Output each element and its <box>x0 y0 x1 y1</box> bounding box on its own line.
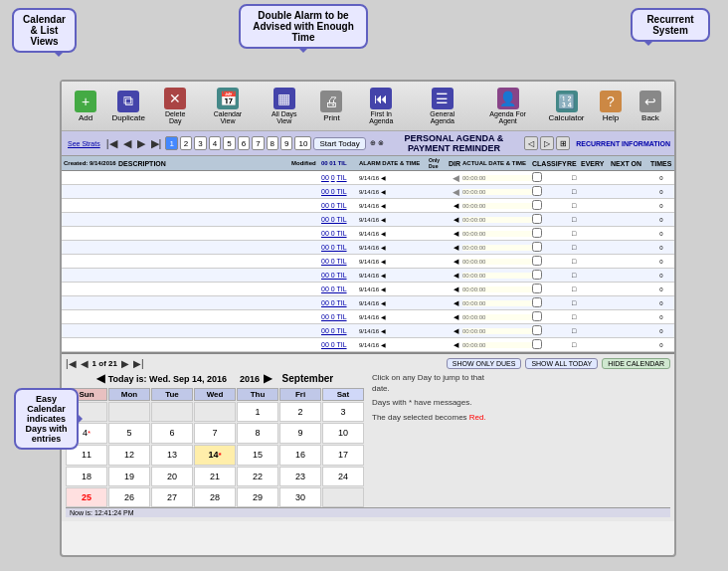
cal-cell-19[interactable]: 19 <box>108 467 150 486</box>
cal-cell-27[interactable]: 27 <box>151 487 193 507</box>
back-button[interactable]: ↩ Back <box>633 89 668 124</box>
cal-cell-17[interactable]: 17 <box>322 445 364 466</box>
page-btn-10[interactable]: 10 <box>294 136 311 150</box>
duplicate-button[interactable]: ⧉ Duplicate <box>107 89 149 124</box>
delete-day-button[interactable]: ✕ Delete Day <box>153 86 197 126</box>
nav-prev[interactable]: ◀ <box>121 137 133 150</box>
cal-cell-10[interactable]: 10 <box>322 423 364 444</box>
cal-cell-5[interactable]: 5 <box>108 423 150 444</box>
cal-cell-14[interactable]: 14* <box>194 445 236 466</box>
month-prev-arrow[interactable]: ◀ <box>96 372 104 385</box>
table-row[interactable]: 00 0 TIL 9/14/16 ◀ ◀ 00:00:00 □ 0 <box>62 227 674 241</box>
first-in-agenda-button[interactable]: ⏮ First In Agenda <box>353 86 409 126</box>
cal-cell-9[interactable]: 9 <box>279 423 321 444</box>
cal-cell-6[interactable]: 6 <box>151 423 193 444</box>
cal-header-mon: Mon <box>108 388 150 401</box>
agenda-for-agent-button[interactable]: 👤 Agenda For Agent <box>475 86 540 126</box>
cal-cell-16[interactable]: 16 <box>279 445 321 466</box>
table-row[interactable]: 00 0 TIL 9/14/16 ◀ ◀ 00:00:00 □ 0 <box>62 324 674 338</box>
cal-cell-21[interactable]: 21 <box>194 467 236 486</box>
cal-prev-btn[interactable]: ◀ <box>81 358 89 369</box>
cal-next-btn[interactable]: ▶ <box>121 358 129 369</box>
cal-cell-18[interactable]: 18 <box>66 467 107 486</box>
calendar-layout: ◀ Today is: Wed. Sep 14, 2016 2016 ▶ Sep… <box>66 372 670 507</box>
page-btn-5[interactable]: 5 <box>223 136 235 150</box>
cal-cell-23[interactable]: 23 <box>279 467 321 486</box>
table-row[interactable]: 00 0 TIL 9/14/16 ◀ ◀ 00:00:00 □ 0 <box>62 338 674 352</box>
cal-last-btn[interactable]: ▶| <box>133 358 144 369</box>
calendar-icon: 📅 <box>217 88 239 109</box>
table-row[interactable]: 00 0 TIL 9/14/16 ◀ ◀ 00:00:00 □ 0 <box>62 283 674 296</box>
table-row[interactable]: 00 0 TIL 9/14/16 ◀ ◀ 00:00:00 □ 0 <box>62 171 674 185</box>
cal-cell-30[interactable]: 30 <box>279 487 321 507</box>
cal-cell-20[interactable]: 20 <box>151 467 193 486</box>
cal-cell-29[interactable]: 29 <box>237 487 278 507</box>
page-btn-3[interactable]: 3 <box>194 136 206 150</box>
calendar-month-header: ◀ Today is: Wed. Sep 14, 2016 2016 ▶ Sep… <box>66 372 364 385</box>
cal-cell-25[interactable]: 25 <box>66 487 107 507</box>
cal-cell-3[interactable]: 3 <box>322 402 364 422</box>
header-created: Created: 9/14/2016 <box>64 160 118 166</box>
cal-cell-empty <box>151 402 193 422</box>
table-row[interactable]: 00 0 TIL 9/14/16 ◀ ◀ 00:00:00 □ 0 <box>62 185 674 199</box>
calculator-button[interactable]: 🔢 Calculator <box>544 89 589 124</box>
table-row[interactable]: 00 0 TIL 9/14/16 ◀ ◀ 00:00:00 □ 0 <box>62 255 674 269</box>
cal-cell-22[interactable]: 22 <box>237 467 278 486</box>
cal-cell-empty <box>322 487 364 507</box>
page-btn-7[interactable]: 7 <box>252 136 264 150</box>
start-today-button[interactable]: Start Today <box>313 137 365 150</box>
help-button[interactable]: ? Help <box>593 89 629 124</box>
column-headers: Created: 9/14/2016 DESCRIPTION Modified … <box>62 156 674 171</box>
cal-cell-1[interactable]: 1 <box>237 402 278 422</box>
page-btn-2[interactable]: 2 <box>180 136 192 150</box>
cal-cell-28[interactable]: 28 <box>194 487 236 507</box>
table-row[interactable]: 00 0 TIL 9/14/16 ◀ ◀ 00:00:00 □ 0 <box>62 213 674 227</box>
calendar-month: September <box>282 373 334 384</box>
header-every: EVERY <box>581 160 611 167</box>
all-days-view-button[interactable]: ▦ All Days View <box>259 86 309 126</box>
table-row[interactable]: 00 0 TIL 9/14/16 ◀ ◀ 00:00:00 □ 0 <box>62 296 674 310</box>
nav-next[interactable]: ▶ <box>135 137 147 150</box>
cal-header-fri: Fri <box>279 388 321 401</box>
cal-cell-7[interactable]: 7 <box>194 423 236 444</box>
print-button[interactable]: 🖨 Print <box>313 89 349 124</box>
calendar-view-button[interactable]: 📅 Calendar View <box>201 86 255 126</box>
page-btn-8[interactable]: 8 <box>267 136 278 150</box>
table-row[interactable]: 00 0 TIL 9/14/16 ◀ ◀ 00:00:00 □ 0 <box>62 199 674 213</box>
cal-cell-2[interactable]: 2 <box>279 402 321 422</box>
see-strats-link[interactable]: See Strats <box>66 140 102 147</box>
month-next-arrow[interactable]: ▶ <box>264 372 272 385</box>
general-agenda-button[interactable]: ☰ General Agenda <box>413 86 471 126</box>
nav-icon-2[interactable]: ▷ <box>540 136 554 150</box>
page-btn-4[interactable]: 4 <box>209 136 221 150</box>
nav-last[interactable]: ▶| <box>149 137 164 150</box>
cal-cell-13[interactable]: 13 <box>151 445 193 466</box>
nav-first[interactable]: |◀ <box>104 137 119 150</box>
show-all-today-button[interactable]: SHOW ALL TODAY <box>525 358 598 369</box>
show-only-dues-button[interactable]: SHOW ONLY DUES <box>447 358 522 369</box>
page-btn-1[interactable]: 1 <box>165 136 177 150</box>
table-row[interactable]: 00 0 TIL 9/14/16 ◀ ◀ 00:00:00 □ 0 <box>62 241 674 255</box>
hide-calendar-button[interactable]: HIDE CALENDAR <box>602 358 670 369</box>
cal-cell-12[interactable]: 12 <box>108 445 150 466</box>
page-title: PERSONAL AGENDA & PAYMENT REMINDER <box>386 133 523 153</box>
nav-icon-1[interactable]: ◁ <box>524 136 538 150</box>
cal-cell-24[interactable]: 24 <box>322 467 364 486</box>
cal-first-btn[interactable]: |◀ <box>66 358 77 369</box>
cal-cell-26[interactable]: 26 <box>108 487 150 507</box>
page-btn-6[interactable]: 6 <box>238 136 250 150</box>
nav-bar: See Strats |◀ ◀ ▶ ▶| 1 2 3 4 5 6 7 8 9 1… <box>62 131 674 156</box>
cal-cell-15[interactable]: 15 <box>237 445 278 466</box>
table-row[interactable]: 00 0 TIL 9/14/16 ◀ ◀ 00:00:00 □ 0 <box>62 269 674 283</box>
cal-header-wed: Wed <box>194 388 236 401</box>
hint-line3: The day selected becomes Red. <box>372 412 501 423</box>
calendar-today-label: Today is: Wed. Sep 14, 2016 <box>108 374 227 384</box>
nav-icon-3[interactable]: ⊞ <box>556 136 570 150</box>
header-actual: ACTUAL DATE & TIME <box>462 160 532 166</box>
cal-cell-8[interactable]: 8 <box>237 423 278 444</box>
app-window: + Add ⧉ Duplicate ✕ Delete Day 📅 Calenda… <box>60 80 676 557</box>
add-button[interactable]: + Add <box>68 89 103 124</box>
table-row[interactable]: 00 0 TIL 9/14/16 ◀ ◀ 00:00:00 □ 0 <box>62 310 674 324</box>
hint-line2: Days with * have messages. <box>372 397 501 408</box>
page-btn-9[interactable]: 9 <box>280 136 292 150</box>
